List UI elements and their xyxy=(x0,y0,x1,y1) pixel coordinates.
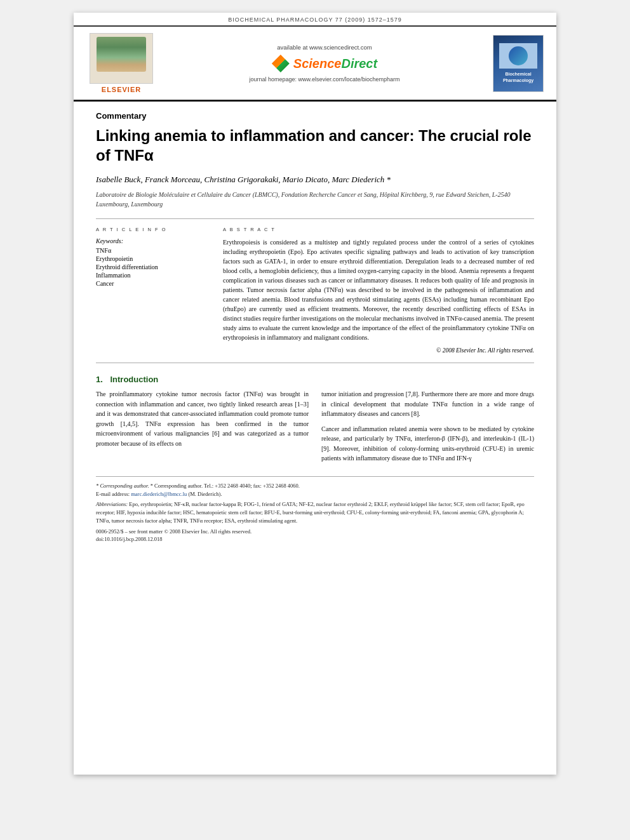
doi-line: doi:10.1016/j.bcp.2008.12.018 xyxy=(96,535,534,543)
footnote-section: * Corresponding author. * Corresponding … xyxy=(96,476,534,543)
intro-text-col2: tumor initiation and progression [7,8]. … xyxy=(321,389,534,419)
page: BIOCHEMICAL PHARMACOLOGY 77 (2009) 1572–… xyxy=(74,13,556,775)
journal-logo-title: Biochemical Pharmacology xyxy=(503,71,533,83)
intro-text-col2-p2: Cancer and inflammation related anemia w… xyxy=(321,424,534,463)
keyword-erythroid-diff: Erythroid differentiation xyxy=(96,263,210,270)
intro-col2: tumor initiation and progression [7,8]. … xyxy=(321,389,534,463)
email-label: E-mail address: xyxy=(96,491,130,497)
main-content: Commentary Linking anemia to inflammatio… xyxy=(74,102,556,556)
section-number: 1. xyxy=(96,375,103,384)
introduction-section: 1. Introduction The proinflammatory cyto… xyxy=(96,375,534,463)
article-title: Linking anemia to inflammation and cance… xyxy=(96,126,534,165)
keyword-inflammation: Inflammation xyxy=(96,272,210,279)
abbreviations-line: Abbreviations: Epo, erythropoietin; NF-κ… xyxy=(96,500,534,524)
corresponding-tel: * Corresponding author. Tel.: +352 2468 … xyxy=(151,483,300,489)
article-info: A R T I C L E I N F O Keywords: TNFα Ery… xyxy=(96,227,210,354)
affiliation: Laboratoire de Biologie Moléculaire et C… xyxy=(96,190,534,209)
info-abstract-section: A R T I C L E I N F O Keywords: TNFα Ery… xyxy=(96,227,534,354)
copyright-notice: © 2008 Elsevier Inc. All rights reserved… xyxy=(223,347,534,354)
elsevier-logo: ELSEVIER xyxy=(86,33,156,93)
elsevier-name: ELSEVIER xyxy=(102,86,141,93)
elsevier-illustration xyxy=(90,33,153,84)
issn-line: 0006-2952/$ – see front matter © 2008 El… xyxy=(96,528,534,536)
available-text: available at www.sciencedirect.com xyxy=(163,44,486,51)
divider-2 xyxy=(96,363,534,363)
email-line: E-mail address: marc.diederich@lbmcc.lu … xyxy=(96,490,534,498)
journal-citation: BIOCHEMICAL PHARMACOLOGY 77 (2009) 1572–… xyxy=(228,17,402,23)
journal-bar: BIOCHEMICAL PHARMACOLOGY 77 (2009) 1572–… xyxy=(74,13,556,27)
keyword-tnfa: TNFα xyxy=(96,247,210,254)
abstract-text: Erythropoiesis is considered as a multis… xyxy=(223,237,534,342)
abstract-title: A B S T R A C T xyxy=(223,227,534,232)
divider-1 xyxy=(96,218,534,219)
keywords-label: Keywords: xyxy=(96,237,210,244)
sciencedirect-text: ScienceDirect xyxy=(293,57,377,71)
intro-text-col1: The proinflammatory cytokine tumor necro… xyxy=(96,389,309,448)
abbreviations-label: Abbreviations: xyxy=(96,501,128,507)
article-type-label: Commentary xyxy=(96,111,534,121)
email-suffix: (M. Diederich). xyxy=(188,491,222,497)
article-info-title: A R T I C L E I N F O xyxy=(96,227,210,232)
keyword-epo: Erythropoietin xyxy=(96,255,210,262)
abbreviations-text: Epo, erythropoietin; NF-κB, nuclear fact… xyxy=(96,501,525,524)
introduction-title: Introduction xyxy=(110,375,158,384)
introduction-body: The proinflammatory cytokine tumor necro… xyxy=(96,389,534,463)
keyword-cancer: Cancer xyxy=(96,280,210,287)
email-address: marc.diederich@lbmcc.lu xyxy=(131,491,187,497)
sd-diamond-icon xyxy=(272,55,290,72)
abstract-section: A B S T R A C T Erythropoiesis is consid… xyxy=(223,227,534,354)
center-header: available at www.sciencedirect.com Scien… xyxy=(156,44,493,83)
introduction-header: 1. Introduction xyxy=(96,375,534,384)
journal-header: ELSEVIER available at www.sciencedirect.… xyxy=(74,27,556,102)
sciencedirect-logo: ScienceDirect xyxy=(163,55,486,72)
intro-col1: The proinflammatory cytokine tumor necro… xyxy=(96,389,309,463)
journal-cover: Biochemical Pharmacology xyxy=(493,35,544,92)
corresponding-author: * Corresponding author. * Corresponding … xyxy=(96,482,534,490)
authors: Isabelle Buck, Franck Morceau, Christina… xyxy=(96,175,534,185)
journal-homepage: journal homepage: www.elsevier.com/locat… xyxy=(163,76,486,83)
